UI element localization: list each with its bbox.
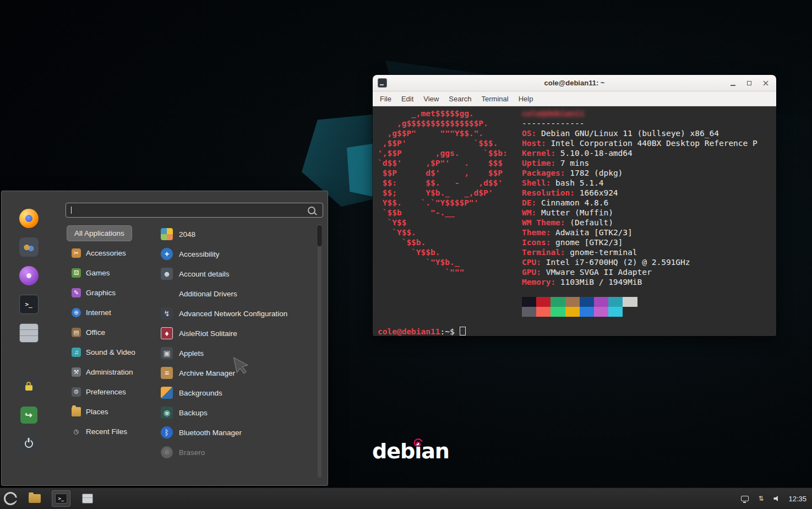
app-2048[interactable]: 2048 [161,224,316,244]
app-accessibility[interactable]: +Accessibility [161,244,316,264]
category-label: All Applications [74,229,124,237]
category-preferences[interactable]: ⚙Preferences [67,382,158,402]
favorite-people[interactable] [19,237,39,257]
neofetch-gpu: GPU: VMware SVGA II Adapter [522,267,757,277]
category-label: Recent Files [86,427,127,436]
category-graphics[interactable]: ✎Graphics [67,283,158,302]
terminal-content[interactable]: _,met$$$$$gg. ,g$$$$$$$$$$$$$$$P. ,g$$P"… [373,106,776,336]
app-2048-icon [161,228,173,240]
palette-swatch [594,307,608,317]
application-list: 2048+Accessibility☻Account detailsAdditi… [161,224,316,462]
prompt-user-host: cole@debian11 [378,327,440,336]
minimize-button[interactable] [728,78,738,88]
palette-swatch [608,307,623,317]
terminal-menu-help[interactable]: Help [514,95,538,103]
taskbar-app-archive[interactable] [78,490,97,507]
display-icon[interactable] [740,494,749,503]
account-details-icon: ☻ [161,268,173,280]
app-advanced-network-configuration[interactable]: ↯Advanced Network Configuration [161,304,316,323]
close-button[interactable]: × [761,78,771,88]
taskbar: >_ ⇅ 12:35 [0,488,812,509]
app-account-details[interactable]: ☻Account details [161,264,316,284]
menu-search-input[interactable] [72,203,308,217]
menu-button[interactable] [0,488,21,509]
favorite-software[interactable] [19,266,39,285]
taskbar-apps: >_ [25,490,97,507]
neofetch-kernel: Kernel: 5.10.0-18-amd64 [522,148,757,158]
debian-wordmark-text: debian [372,439,449,463]
search-icon [308,207,315,214]
category-administration[interactable]: ⚒Administration [67,362,158,382]
palette-swatch [522,307,536,317]
category-accessories[interactable]: ✂Accessories [67,243,158,263]
volume-icon[interactable] [772,494,781,503]
sound-video-icon: ♫ [72,348,81,357]
games-icon: ⚄ [72,268,81,278]
favorite-firefox[interactable] [19,209,39,228]
clock[interactable]: 12:35 [788,495,806,503]
neofetch-wm-theme: WM Theme: (Default) [522,218,757,228]
app-aisleriot-solitaire[interactable]: ♦AisleRiot Solitaire [161,323,316,343]
palette-swatch [608,297,623,307]
category-games[interactable]: ⚄Games [67,263,158,283]
updates-icon[interactable]: ⇅ [756,494,765,503]
app-brasero[interactable]: ◎Brasero [161,442,316,462]
maximize-button[interactable] [744,78,754,88]
scrollbar-thumb[interactable] [318,225,321,246]
menu-search[interactable] [66,203,323,218]
palette-swatch [522,297,536,307]
terminal-menu-search[interactable]: Search [444,95,476,103]
palette-swatch [580,297,594,307]
neofetch-ascii-art: _,met$$$$$gg. ,g$$$$$$$$$$$$$$$P. ,g$$P"… [378,109,508,277]
neofetch-separator: ------------- [522,118,757,128]
terminal-menu-terminal[interactable]: Terminal [477,95,514,103]
system-tray: ⇅ 12:35 [740,494,812,503]
backgrounds-icon [161,387,173,399]
backups-icon: ◉ [161,407,173,419]
taskbar-app-terminal[interactable]: >_ [52,490,70,507]
terminal-menu-view[interactable]: View [418,95,444,103]
people-icon [19,237,39,257]
favorite-file-cabinet[interactable] [19,323,39,343]
category-recent-files[interactable]: ◷Recent Files [67,421,158,441]
advanced-network-icon: ↯ [161,307,173,320]
taskbar-app-files[interactable] [25,490,44,507]
software-icon [19,266,39,285]
app-additional-drivers[interactable]: Additional Drivers [161,284,316,304]
category-internet[interactable]: ⊕Internet [67,302,158,322]
app-label: 2048 [179,230,195,239]
category-sound-video[interactable]: ♫Sound & Video [67,342,158,362]
category-list: All Applications✂Accessories⚄Games✎Graph… [67,223,158,441]
accessibility-icon: + [161,248,173,260]
close-icon: × [762,79,769,88]
terminal-window: cole@debian11: ~ × FileEditViewSearchTer… [373,75,776,336]
shut-down-button[interactable] [19,434,39,453]
favorite-terminal[interactable]: >_ [19,295,39,314]
terminal-menu-edit[interactable]: Edit [396,95,418,103]
neofetch-resolution: Resolution: 1666x924 [522,188,757,198]
lock-screen-button[interactable] [19,377,39,396]
apps-scrollbar[interactable] [318,224,321,478]
category-places[interactable]: Places [67,402,158,421]
bluetooth-icon: ᛒ [161,426,173,438]
prompt-path: :~$ [440,327,455,336]
log-out-button[interactable] [19,405,39,425]
category-all-applications[interactable]: All Applications [67,225,132,241]
terminal-palette-row-1 [522,297,757,307]
app-bluetooth-manager[interactable]: ᛒBluetooth Manager [161,423,316,442]
terminal-titlebar[interactable]: cole@debian11: ~ × [373,75,776,91]
app-backgrounds[interactable]: Backgrounds [161,383,316,403]
category-label: Office [86,328,105,337]
palette-swatch [536,307,551,317]
lock-screen-icon [20,378,37,395]
app-backups[interactable]: ◉Backups [161,403,316,423]
additional-drivers-icon [161,288,173,300]
category-office[interactable]: ▤Office [67,322,158,342]
log-out-icon [20,407,37,424]
accessories-icon: ✂ [72,248,81,258]
app-label: Advanced Network Configuration [179,310,287,318]
app-label: Backups [179,409,208,417]
applets-icon: ▣ [161,347,173,359]
category-label: Sound & Video [86,348,135,356]
terminal-menu-file[interactable]: File [375,95,396,103]
